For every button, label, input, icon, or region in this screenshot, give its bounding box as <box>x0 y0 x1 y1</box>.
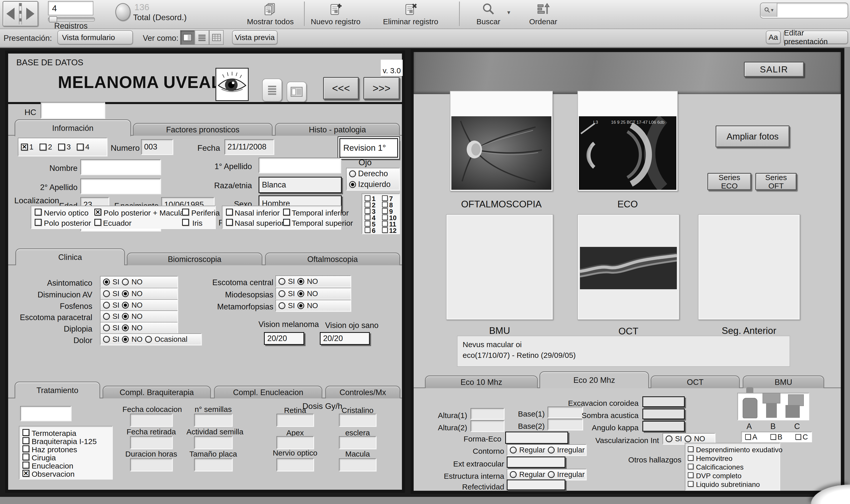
fecha-field[interactable]: 21/11/2008 <box>224 139 274 155</box>
sort-button[interactable]: Ordenar <box>518 2 569 26</box>
radio-no[interactable] <box>122 278 129 285</box>
tab-controles-mx[interactable]: Controles/Mx <box>325 386 400 398</box>
hour-3-checkbox[interactable] <box>365 208 370 214</box>
polo-posterior-checkbox[interactable] <box>35 219 41 226</box>
nervio-optico-field[interactable] <box>276 458 314 471</box>
hour-10-checkbox[interactable] <box>382 215 387 220</box>
temporal-superior-checkbox[interactable] <box>283 219 290 226</box>
tab-eco-10mhz[interactable]: Eco 10 Mhz <box>425 375 538 388</box>
radio-si[interactable] <box>103 313 110 320</box>
periferia-checkbox[interactable] <box>182 209 189 216</box>
iris-checkbox[interactable] <box>182 219 189 226</box>
calcificaciones-checkbox[interactable] <box>688 464 693 469</box>
actividad-semilla-field[interactable] <box>194 436 232 449</box>
fecha-retirada-field[interactable] <box>130 436 173 449</box>
form-view-button[interactable] <box>180 30 195 45</box>
radio-no[interactable] <box>122 336 129 343</box>
text-format-button[interactable]: Aa <box>766 31 781 44</box>
bmu-photo-frame[interactable] <box>446 214 553 320</box>
vision-ojo-sano-field[interactable]: 20/20 <box>320 332 370 345</box>
tab-factores-pronosticos[interactable]: Factores pronosticos <box>133 123 273 136</box>
show-all-button[interactable]: Mostrar todos <box>240 2 301 26</box>
radio-no[interactable] <box>297 302 304 309</box>
tab-compl-enucleacion[interactable]: Compl. Enucleacion <box>214 386 322 398</box>
next-record-icon[interactable] <box>26 8 34 20</box>
next-record-button[interactable]: >>> <box>363 77 400 100</box>
cirugia-checkbox[interactable] <box>22 453 29 461</box>
ext-extraocular-field[interactable] <box>507 456 565 468</box>
ampliar-fotos-button[interactable]: Ampliar fotos <box>716 125 790 147</box>
angulo-kappa-field[interactable] <box>643 421 685 432</box>
edit-layout-button[interactable]: Editar presentación <box>783 31 848 44</box>
tab-histo-patologia[interactable]: Histo - patologia <box>275 123 400 136</box>
apellido2-field[interactable] <box>80 179 161 194</box>
liquido-subretiniano-checkbox[interactable] <box>688 481 693 487</box>
revision-1-checkbox[interactable] <box>21 144 28 150</box>
radio-no[interactable] <box>122 290 129 297</box>
radio-no[interactable] <box>122 302 129 309</box>
n-semillas-field[interactable] <box>194 414 232 427</box>
radio-no[interactable] <box>297 290 304 297</box>
shape-b-checkbox[interactable] <box>771 434 776 440</box>
altura2-field[interactable] <box>471 420 504 432</box>
termoterapia-checkbox[interactable] <box>22 429 29 436</box>
radio-si[interactable] <box>666 435 672 442</box>
radio-no[interactable] <box>122 313 129 320</box>
numero-field[interactable]: 003 <box>141 139 173 155</box>
radio-si[interactable] <box>103 302 110 309</box>
tab-oftalmoscopia[interactable]: Oftalmoscopia <box>265 253 400 265</box>
observacion-checkbox[interactable] <box>22 470 29 477</box>
tab-eco-20mhz[interactable]: Eco 20 Mhz <box>539 371 649 388</box>
refectividad-field[interactable] <box>507 480 565 490</box>
ecuador-checkbox[interactable] <box>94 219 101 226</box>
list-view-mini-button[interactable] <box>262 78 282 102</box>
hour-12-checkbox[interactable] <box>382 227 387 233</box>
cristalino-field[interactable] <box>339 414 376 427</box>
dvp-completo-checkbox[interactable] <box>688 472 693 478</box>
temporal-inferior-checkbox[interactable] <box>283 209 290 216</box>
revision-2-checkbox[interactable] <box>39 144 47 150</box>
new-record-button[interactable]: Nuevo registro <box>305 2 366 26</box>
ojo-derecho-radio[interactable] <box>349 170 356 177</box>
altura1-field[interactable] <box>471 408 504 419</box>
quick-search-input[interactable] <box>778 4 846 16</box>
nasal-superior-checkbox[interactable] <box>226 219 233 226</box>
esclera-field[interactable] <box>339 436 376 449</box>
layout-dropdown[interactable]: Vista formulario <box>57 30 133 44</box>
find-dropdown-icon[interactable]: ▼ <box>506 10 511 16</box>
salir-button[interactable]: SALIR <box>744 62 804 77</box>
duracion-horas-field[interactable] <box>130 458 173 471</box>
vision-melanoma-field[interactable]: 20/20 <box>264 332 304 345</box>
tab-oct[interactable]: OCT <box>651 375 740 388</box>
radio-si[interactable] <box>103 324 110 331</box>
ojo-izquierdo-radio[interactable] <box>349 181 356 188</box>
series-oft-button[interactable]: Series OFT <box>755 173 797 190</box>
fecha-colocacion-field[interactable] <box>130 414 173 427</box>
radio-si[interactable] <box>103 278 110 285</box>
current-record-field[interactable]: 4 <box>48 1 93 15</box>
revision-4-checkbox[interactable] <box>77 144 84 150</box>
tab-biomicroscopia[interactable]: Biomicroscopia <box>127 253 263 265</box>
macula-field[interactable] <box>339 458 376 471</box>
hour-11-checkbox[interactable] <box>382 221 387 227</box>
revision-dropdown[interactable]: Revision 1° <box>340 138 398 158</box>
form-view-mini-button[interactable] <box>287 82 307 102</box>
preview-button[interactable]: Vista previa <box>232 30 277 44</box>
radio-si[interactable] <box>278 290 285 297</box>
sombra-acustica-field[interactable] <box>643 409 685 419</box>
desprendimiento-checkbox[interactable] <box>688 446 693 452</box>
apex-field[interactable] <box>276 436 314 449</box>
radio-si[interactable] <box>278 278 285 285</box>
radio-regular[interactable] <box>510 447 517 453</box>
list-view-button[interactable] <box>195 30 209 45</box>
radio-si[interactable] <box>103 336 110 343</box>
tamano-placa-field[interactable] <box>194 458 232 471</box>
previous-record-icon[interactable] <box>6 8 15 20</box>
tab-tratamiento[interactable]: Tratamiento <box>15 382 100 398</box>
hour-5-checkbox[interactable] <box>365 221 370 227</box>
radio-no[interactable] <box>122 324 129 331</box>
oct-photo-frame[interactable] <box>577 214 680 320</box>
tab-informacion[interactable]: Información <box>15 119 131 136</box>
radio-no[interactable] <box>297 278 304 285</box>
radio-ocasional[interactable] <box>145 336 152 343</box>
